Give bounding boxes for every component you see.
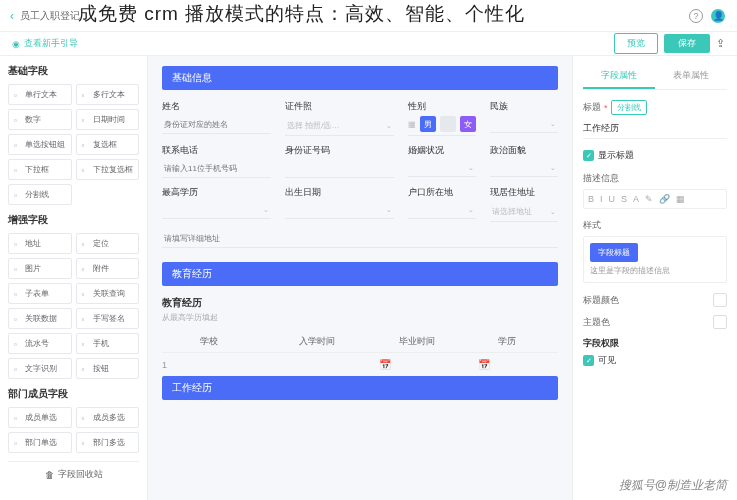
link-icon[interactable]: 🔗 xyxy=(659,194,670,204)
select-field[interactable]: ⌄ xyxy=(162,202,271,219)
form-field[interactable]: 证件照选择 拍照/选…⌄ xyxy=(285,100,394,136)
form-field[interactable]: 婚姻状况⌄ xyxy=(408,144,476,178)
calendar-icon[interactable]: 📅 xyxy=(478,359,490,370)
field-icon: ▫ xyxy=(82,340,90,348)
visible-checkbox[interactable]: ✓ xyxy=(583,355,594,366)
text-input[interactable] xyxy=(162,116,271,134)
select-field[interactable]: ⌄ xyxy=(408,160,476,177)
field-icon: ▫ xyxy=(14,315,22,323)
field-type-item[interactable]: ▫成员单选 xyxy=(8,407,72,428)
field-type-item[interactable]: ▫日期时间 xyxy=(76,109,140,130)
field-type-item[interactable]: ▫地址 xyxy=(8,233,72,254)
field-type-item[interactable]: ▫图片 xyxy=(8,258,72,279)
chevron-down-icon: ⌄ xyxy=(386,122,392,130)
guide-link[interactable]: ◉ 查看新手引导 xyxy=(12,37,78,50)
calendar-icon[interactable]: 📅 xyxy=(379,359,391,370)
back-arrow[interactable]: ‹ xyxy=(10,9,14,23)
form-field[interactable]: 民族⌄ xyxy=(490,100,558,136)
overlay-title: 成免费 crm 播放模式的特点：高效、智能、个性化 xyxy=(78,1,525,27)
help-icon[interactable]: ? xyxy=(689,9,703,23)
field-icon: ▫ xyxy=(14,91,22,99)
select-field[interactable]: ⌄ xyxy=(490,116,558,133)
field-icon: ▫ xyxy=(82,265,90,273)
field-type-item[interactable]: ▫按钮 xyxy=(76,358,140,379)
title-color-swatch[interactable] xyxy=(713,293,727,307)
share-icon[interactable]: ⇪ xyxy=(716,37,725,50)
text-input[interactable] xyxy=(285,160,394,178)
bold-icon[interactable]: B xyxy=(588,194,594,204)
radio-female[interactable]: 女 xyxy=(460,116,476,132)
show-title-checkbox[interactable]: ✓ xyxy=(583,150,594,161)
table-row[interactable]: 1📅📅 xyxy=(162,353,558,376)
font-icon[interactable]: A xyxy=(633,194,639,204)
form-field[interactable]: 户口所在地⌄ xyxy=(408,186,476,222)
field-icon: ▫ xyxy=(14,265,22,273)
field-type-item[interactable]: ▫多行文本 xyxy=(76,84,140,105)
radio-blank[interactable] xyxy=(440,116,456,132)
strike-icon[interactable]: S xyxy=(621,194,627,204)
select-field[interactable]: ⌄ xyxy=(285,202,394,219)
italic-icon[interactable]: I xyxy=(600,194,603,204)
field-type-item[interactable]: ▫成员多选 xyxy=(76,407,140,428)
select-field[interactable]: ⌄ xyxy=(408,202,476,219)
field-type-item[interactable]: ▫分割线 xyxy=(8,184,72,205)
field-icon: ▫ xyxy=(82,414,90,422)
image-icon[interactable]: ▦ xyxy=(676,194,685,204)
field-type-item[interactable]: ▫手写签名 xyxy=(76,308,140,329)
underline-icon[interactable]: U xyxy=(609,194,616,204)
radio-male[interactable]: 男 xyxy=(420,116,436,132)
select-field[interactable]: 请选择地址⌄ xyxy=(490,202,558,222)
field-type-item[interactable]: ▫关联查询 xyxy=(76,283,140,304)
canvas: 基础信息姓名证件照选择 拍照/选…⌄性别▦男女民族⌄联系电话身份证号码婚姻状况⌄… xyxy=(148,56,572,500)
field-type-item[interactable]: ▫下拉框 xyxy=(8,159,72,180)
form-field[interactable]: 性别▦男女 xyxy=(408,100,476,136)
field-icon: ▫ xyxy=(82,290,90,298)
form-field[interactable]: 现居住地址请选择地址⌄ xyxy=(490,186,558,222)
form-field[interactable]: 出生日期⌄ xyxy=(285,186,394,222)
field-type-item[interactable]: ▫复选框 xyxy=(76,134,140,155)
section-header[interactable]: 教育经历 xyxy=(162,262,558,286)
sidebar: 基础字段▫单行文本▫多行文本▫数字▫日期时间▫单选按钮组▫复选框▫下拉框▫下拉复… xyxy=(0,56,148,500)
field-type-item[interactable]: ▫下拉复选框 xyxy=(76,159,140,180)
style-preview-box[interactable]: 字段标题 这里是字段的描述信息 xyxy=(583,236,727,283)
form-field[interactable]: 联系电话 xyxy=(162,144,271,178)
select-field[interactable]: ⌄ xyxy=(490,160,558,177)
text-input[interactable] xyxy=(162,230,558,248)
field-type-item[interactable]: ▫流水号 xyxy=(8,333,72,354)
tab-field-props[interactable]: 字段属性 xyxy=(583,64,655,89)
text-input[interactable] xyxy=(162,160,271,178)
field-type-item[interactable]: ▫单选按钮组 xyxy=(8,134,72,155)
field-type-item[interactable]: ▫附件 xyxy=(76,258,140,279)
field-type-item[interactable]: ▫子表单 xyxy=(8,283,72,304)
recycle-bin[interactable]: 🗑 字段回收站 xyxy=(8,461,139,487)
form-field[interactable]: 最高学历⌄ xyxy=(162,186,271,222)
theme-color-swatch[interactable] xyxy=(713,315,727,329)
section-header[interactable]: 基础信息 xyxy=(162,66,558,90)
field-type-item[interactable]: ▫手机 xyxy=(76,333,140,354)
field-type-item[interactable]: ▫定位 xyxy=(76,233,140,254)
field-type-item[interactable]: ▫单行文本 xyxy=(8,84,72,105)
field-type-item[interactable]: ▫部门多选 xyxy=(76,432,140,453)
table-subtitle: 从最高学历填起 xyxy=(162,312,558,323)
highlight-icon[interactable]: ✎ xyxy=(645,194,653,204)
avatar[interactable]: 👤 xyxy=(711,9,725,23)
tab-form-props[interactable]: 表单属性 xyxy=(655,64,727,89)
field-type-item[interactable]: ▫部门单选 xyxy=(8,432,72,453)
field-type-item[interactable]: ▫数字 xyxy=(8,109,72,130)
field-type-item[interactable]: ▫文字识别 xyxy=(8,358,72,379)
field-icon: ▫ xyxy=(82,166,90,174)
title-value[interactable]: 工作经历 xyxy=(583,119,727,139)
form-field[interactable]: 姓名 xyxy=(162,100,271,136)
form-field[interactable]: 政治面貌⌄ xyxy=(490,144,558,178)
split-badge[interactable]: 分割线 xyxy=(611,100,647,115)
form-field[interactable] xyxy=(162,230,558,248)
form-field[interactable]: 身份证号码 xyxy=(285,144,394,178)
select-field[interactable]: 选择 拍照/选…⌄ xyxy=(285,116,394,136)
section-header[interactable]: 工作经历 xyxy=(162,376,558,400)
save-button[interactable]: 保存 xyxy=(664,34,710,53)
field-icon: ▫ xyxy=(14,290,22,298)
preview-button[interactable]: 预览 xyxy=(614,33,658,54)
radio-group: ▦男女 xyxy=(408,116,476,136)
chevron-down-icon: ⌄ xyxy=(550,208,556,216)
field-type-item[interactable]: ▫关联数据 xyxy=(8,308,72,329)
